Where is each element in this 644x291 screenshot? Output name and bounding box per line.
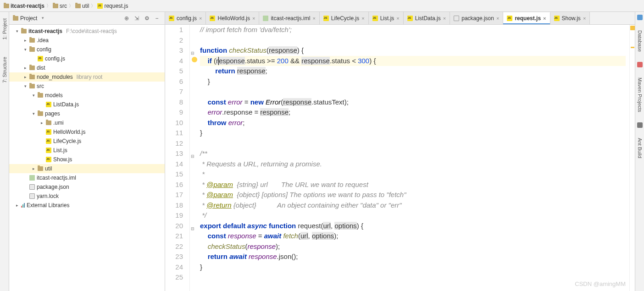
code-line[interactable]: /** xyxy=(200,148,626,159)
close-tab-icon[interactable]: × xyxy=(396,16,399,21)
code-content[interactable]: // import fetch from 'dva/fetch';functio… xyxy=(196,25,629,291)
tree-expand-icon[interactable]: ▸ xyxy=(39,121,44,125)
line-number[interactable]: 9 xyxy=(165,107,183,118)
editor-body[interactable]: 1234567891011121314151617181920212223242… xyxy=(165,25,635,291)
code-line[interactable]: */ xyxy=(200,210,626,221)
code-line[interactable]: * @return {object} An object containing … xyxy=(200,200,626,211)
fold-toggle-icon[interactable]: ⊟ xyxy=(191,224,194,234)
tree-item[interactable]: List.js xyxy=(9,146,165,155)
tree-item[interactable]: config.js xyxy=(9,54,165,63)
project-tree[interactable]: ▾itcast-reactjsF:\code\itcast-reactjs▸.i… xyxy=(9,25,165,291)
collapse-all-icon[interactable]: ⇲ xyxy=(133,15,141,22)
close-tab-icon[interactable]: × xyxy=(443,16,446,21)
code-line[interactable] xyxy=(200,35,626,46)
intention-bulb-icon[interactable] xyxy=(192,57,197,62)
line-number[interactable]: 7 xyxy=(165,87,183,97)
gear-icon[interactable]: ⚙ xyxy=(143,15,151,22)
code-line[interactable]: * Requests a URL, returning a promise. xyxy=(200,159,626,170)
tree-expand-icon[interactable]: ▾ xyxy=(23,84,28,88)
code-line[interactable]: function checkStatus(response) { xyxy=(200,45,626,56)
editor-tab[interactable]: LifeCycle.js× xyxy=(320,12,369,24)
code-line[interactable]: } xyxy=(200,128,626,138)
locate-icon[interactable]: ⊕ xyxy=(122,15,131,22)
line-number[interactable]: 17 xyxy=(165,190,183,200)
tree-expand-icon[interactable]: ▾ xyxy=(23,47,28,52)
editor-tab[interactable]: List.js× xyxy=(369,12,404,24)
code-line[interactable]: * @param {string} url The URL we want to… xyxy=(200,180,626,190)
editor-tab[interactable]: package.json× xyxy=(450,12,503,24)
tree-item[interactable]: ▾models xyxy=(9,91,165,100)
line-number[interactable]: 15 xyxy=(165,169,183,180)
database-icon[interactable] xyxy=(637,15,643,20)
code-line[interactable] xyxy=(200,272,626,283)
line-number[interactable]: 25 xyxy=(165,272,183,283)
tree-item[interactable]: ▸util xyxy=(9,164,165,173)
tool-window-tab[interactable]: Maven Projects xyxy=(637,76,643,114)
tree-item[interactable]: ▸node_moduleslibrary root xyxy=(9,72,165,82)
code-line[interactable]: return response; xyxy=(200,66,626,77)
line-number[interactable]: 16 xyxy=(165,180,183,190)
error-stripe[interactable] xyxy=(629,25,635,291)
fold-toggle-icon[interactable]: ⊟ xyxy=(191,151,194,162)
line-number[interactable]: 6 xyxy=(165,77,183,87)
tree-item[interactable]: ▸.idea xyxy=(9,36,165,45)
code-line[interactable]: * @param {object} [options] The options … xyxy=(200,190,626,200)
tree-expand-icon[interactable]: ▸ xyxy=(23,66,28,70)
ant-icon[interactable] xyxy=(637,122,643,128)
line-number[interactable]: 20 xyxy=(165,221,183,231)
close-tab-icon[interactable]: × xyxy=(312,16,315,21)
maven-icon[interactable] xyxy=(637,62,643,67)
close-tab-icon[interactable]: × xyxy=(361,16,364,21)
tree-item[interactable]: LifeCycle.js xyxy=(9,137,165,146)
code-line[interactable]: if (response.status >= 200 && response.s… xyxy=(200,56,626,66)
hide-panel-icon[interactable]: − xyxy=(153,15,161,22)
tree-expand-icon[interactable]: ▸ xyxy=(23,75,28,79)
line-number[interactable]: 11 xyxy=(165,128,183,138)
tool-window-tab[interactable]: Database xyxy=(637,28,643,54)
close-tab-icon[interactable]: × xyxy=(496,16,499,21)
tree-expand-icon[interactable]: ▸ xyxy=(31,166,36,171)
line-number[interactable]: 3 xyxy=(165,45,183,56)
code-line[interactable]: const response = await fetch(url, option… xyxy=(200,231,626,242)
fold-column[interactable]: ⊟⊟⊟ xyxy=(190,25,196,291)
close-tab-icon[interactable]: × xyxy=(199,16,202,21)
code-line[interactable]: export default async function request(ur… xyxy=(200,221,626,231)
code-line[interactable]: checkStatus(response); xyxy=(200,242,626,252)
line-number[interactable]: 13 xyxy=(165,148,183,159)
code-line[interactable]: // import fetch from 'dva/fetch'; xyxy=(200,25,626,35)
warning-marker[interactable] xyxy=(631,47,634,48)
tool-window-tab[interactable]: Ant Build xyxy=(637,136,643,160)
tree-expand-icon[interactable]: ▸ xyxy=(15,203,19,208)
breadcrumb-item[interactable]: itcast-reactjs xyxy=(4,3,44,9)
tool-window-tab[interactable]: 1: Project xyxy=(2,16,7,41)
tree-item[interactable]: ▾src xyxy=(9,82,165,91)
breadcrumb-item[interactable]: request.js xyxy=(97,3,128,9)
tool-window-tab[interactable]: 7: Structure xyxy=(2,55,7,85)
code-line[interactable]: return await response.json(); xyxy=(200,252,626,262)
code-line[interactable] xyxy=(200,87,626,97)
tree-item[interactable]: ▾config xyxy=(9,45,165,54)
line-number[interactable]: 23 xyxy=(165,252,183,262)
line-number[interactable]: 2 xyxy=(165,35,183,46)
editor-tab[interactable]: config.js× xyxy=(165,12,206,24)
code-line[interactable]: const error = new Error(response.statusT… xyxy=(200,97,626,108)
breadcrumb-item[interactable]: util xyxy=(75,3,89,9)
editor-tab[interactable]: itcast-reactjs.iml× xyxy=(259,12,319,24)
line-number[interactable]: 4 xyxy=(165,56,183,66)
editor-tab[interactable]: request.js× xyxy=(503,12,550,25)
breadcrumb-item[interactable]: src xyxy=(53,3,67,9)
close-tab-icon[interactable]: × xyxy=(583,16,586,21)
tree-item[interactable]: ▾pages xyxy=(9,109,165,118)
tree-item[interactable]: package.json xyxy=(9,182,165,192)
tree-item[interactable]: ▸.umi xyxy=(9,118,165,127)
line-number[interactable]: 1 xyxy=(165,25,183,35)
line-number[interactable]: 14 xyxy=(165,159,183,170)
line-number[interactable]: 10 xyxy=(165,118,183,128)
code-line[interactable]: error.response = response; xyxy=(200,107,626,118)
line-number[interactable]: 22 xyxy=(165,242,183,252)
editor-tab[interactable]: Show.js× xyxy=(550,12,590,24)
line-number[interactable]: 18 xyxy=(165,200,183,211)
tree-item[interactable]: yarn.lock xyxy=(9,192,165,201)
line-number[interactable]: 12 xyxy=(165,138,183,149)
editor-tab[interactable]: HelloWorld.js× xyxy=(206,12,259,24)
